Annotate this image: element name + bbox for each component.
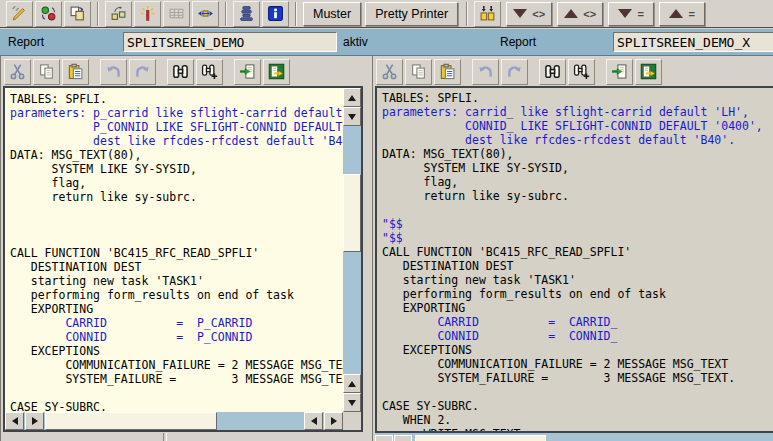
find-next-icon[interactable]: [568, 59, 595, 85]
code-editor-right[interactable]: TABLES: SPFLI.parameters: carrid_ like s…: [377, 88, 773, 431]
code-line: WHEN 2.: [382, 413, 773, 427]
redo-icon[interactable]: [129, 59, 156, 85]
code-line: dest like rfcdes-rfcdest default 'B40'.: [10, 134, 343, 148]
code-line: return like sy-subrc.: [382, 189, 773, 203]
previous-difference-button[interactable]: <>: [557, 2, 603, 26]
code-line: TABLES: SPFLI.: [10, 92, 343, 106]
editor-frame-right: TABLES: SPFLI.parameters: carrid_ like s…: [375, 86, 773, 433]
refresh-objects-icon[interactable]: [35, 1, 62, 27]
code-line: DESTINATION DEST: [10, 260, 343, 274]
scroll-left-icon[interactable]: [304, 412, 323, 430]
undo-icon[interactable]: [472, 59, 499, 85]
move-icon[interactable]: [192, 1, 219, 27]
toolbar-separator: [225, 2, 227, 26]
next-difference-button[interactable]: <>: [506, 2, 552, 26]
previous-identical-button[interactable]: =: [659, 2, 705, 26]
code-editor-left[interactable]: TABLES: SPFLI.parameters: p_carrid like …: [5, 88, 343, 412]
redo-icon[interactable]: [501, 59, 528, 85]
code-line: COMMUNICATION_FAILURE = 2 MESSAGE MSG_TE…: [382, 357, 773, 371]
assign-objects-icon[interactable]: [105, 1, 132, 27]
triangle-right-icon: [331, 417, 337, 425]
triangle-up-icon: [348, 95, 356, 101]
export-icon[interactable]: [263, 59, 290, 85]
scroll-down-icon[interactable]: [343, 107, 361, 126]
horizontal-scrollbar-right[interactable]: [375, 431, 773, 441]
compare-programs-icon[interactable]: [474, 1, 501, 27]
table-icon: [163, 1, 190, 27]
report-name-input-right[interactable]: [613, 32, 773, 52]
export-icon[interactable]: [635, 59, 662, 85]
code-line: [10, 386, 343, 400]
print-list-icon[interactable]: [233, 1, 260, 27]
code-line: SYSTEM LIKE SY-SYSID,: [10, 162, 343, 176]
code-line: CONNID = CONNID_: [382, 329, 773, 343]
toolbar-separator: [466, 2, 468, 26]
editor-frame-left: TABLES: SPFLI.parameters: p_carrid like …: [3, 86, 363, 432]
compare-button-symbol: =: [688, 8, 694, 20]
triangle-left-icon: [311, 417, 317, 425]
import-icon[interactable]: [606, 59, 633, 85]
code-line: CONNID_ LIKE SFLIGHT-CONNID DEFAULT '040…: [382, 119, 773, 133]
code-line: CALL FUNCTION 'BC415_RFC_READ_SPFLI': [382, 245, 773, 259]
muster-button[interactable]: Muster: [303, 2, 361, 26]
code-line: performing form_results on end of task: [382, 287, 773, 301]
compare-button-symbol: =: [637, 8, 643, 20]
code-line: SYSTEM_FAILURE = 3 MESSAGE MSG_TEXT.: [10, 372, 343, 386]
copy-icon[interactable]: [405, 59, 432, 85]
horizontal-scroll-thumb[interactable]: [415, 435, 546, 441]
editor-toolbar-left: [4, 58, 292, 85]
find-next-icon[interactable]: [196, 59, 223, 85]
paste-icon[interactable]: [62, 59, 89, 85]
report-name-input-left[interactable]: [123, 32, 337, 52]
pretty-printer-button[interactable]: Pretty Printer: [365, 2, 458, 26]
scroll-right-icon[interactable]: [25, 412, 44, 430]
horizontal-scroll-thumb[interactable]: [45, 412, 217, 430]
code-line: EXPORTING: [10, 302, 343, 316]
code-line: CARRID = CARRID_: [382, 315, 773, 329]
undo-icon[interactable]: [100, 59, 127, 85]
activate-icon[interactable]: [134, 1, 161, 27]
paste-icon[interactable]: [434, 59, 461, 85]
copy-page-icon[interactable]: [64, 1, 91, 27]
toolbar-separator: [97, 2, 99, 26]
scroll-left-icon[interactable]: [375, 435, 393, 441]
code-line: DATA: MSG_TEXT(80),: [382, 147, 773, 161]
cut-icon[interactable]: [4, 59, 31, 85]
sap-splitscreen-editor-window: { "colors": { "chrome": "#d6d2ca", "head…: [0, 0, 773, 441]
info-icon[interactable]: [262, 1, 289, 27]
next-identical-button[interactable]: =: [608, 2, 654, 26]
compare-button-symbol: <>: [532, 8, 545, 20]
code-line: [382, 203, 773, 217]
code-line: DESTINATION DEST: [382, 259, 773, 273]
code-line: dest like rfcdes-rfcdest default 'B40'.: [382, 133, 773, 147]
triangle-left-icon: [12, 417, 18, 425]
code-line: parameters: carrid_ like sflight-carrid …: [382, 105, 773, 119]
code-line: starting new task 'TASK1': [382, 273, 773, 287]
copy-icon[interactable]: [33, 59, 60, 85]
code-line: SYSTEM_FAILURE = 3 MESSAGE MSG_TEXT.: [382, 371, 773, 385]
code-line: "$$: [382, 217, 773, 231]
triangle-down-icon: [348, 400, 356, 406]
vertical-scrollbar-left[interactable]: [343, 88, 361, 412]
horizontal-scrollbar-left[interactable]: [5, 412, 343, 430]
cut-icon[interactable]: [376, 59, 403, 85]
scroll-left-icon[interactable]: [5, 412, 24, 430]
import-icon[interactable]: [234, 59, 261, 85]
vertical-scroll-thumb[interactable]: [343, 174, 361, 252]
find-icon[interactable]: [539, 59, 566, 85]
scroll-up-icon[interactable]: [343, 88, 361, 107]
code-line: CONNID = P_CONNID: [10, 330, 343, 344]
code-line: flag,: [10, 176, 343, 190]
triangle-down-icon: [618, 9, 632, 18]
editor-panel-left: TABLES: SPFLI.parameters: p_carrid like …: [0, 56, 367, 441]
scroll-right-icon[interactable]: [324, 412, 343, 430]
scroll-right-icon[interactable]: [394, 435, 412, 441]
scroll-down-icon[interactable]: [343, 393, 361, 412]
code-line: [10, 232, 343, 246]
code-line: EXCEPTIONS: [382, 343, 773, 357]
code-line: CASE SY-SUBRC.: [382, 399, 773, 413]
code-line: EXCEPTIONS: [10, 344, 343, 358]
find-icon[interactable]: [167, 59, 194, 85]
scroll-up-icon[interactable]: [343, 374, 361, 393]
edit-pencil-icon[interactable]: [6, 1, 33, 27]
